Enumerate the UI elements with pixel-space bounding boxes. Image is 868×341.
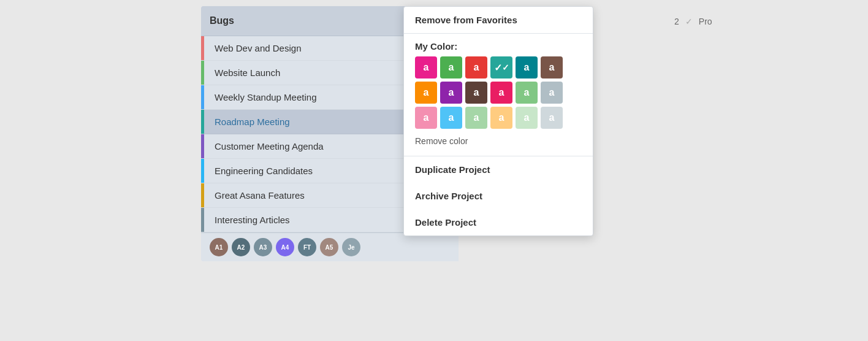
swatch-letter: a [449,87,454,98]
sidebar-footer: A1A2A3A4FTA5Je [201,232,459,261]
check-icon: ✓ [685,17,693,26]
context-menu: Remove from Favorites My Color: aaa✓aaaa… [403,6,593,236]
avatar[interactable]: A4 [276,238,294,256]
swatch-letter: a [474,112,479,123]
color-swatch-dark-brown[interactable]: a [465,82,487,104]
remove-favorites-item[interactable]: Remove from Favorites [404,7,593,33]
my-color-label: My Color: [415,41,582,52]
color-bar [201,110,204,134]
color-swatch-dark-teal[interactable]: a [516,56,538,79]
swatch-letter: a [474,87,479,98]
sidebar-item-label: Great Asana Features [210,190,305,201]
color-bar [201,36,204,60]
task-count: 2 [674,17,679,26]
color-bar [201,208,204,232]
color-row: aaa✓aa [415,56,582,79]
color-row: aaaaaa [415,82,582,104]
color-swatch-very-light[interactable]: a [541,107,563,129]
color-swatch-green[interactable]: a [440,56,462,79]
color-swatch-brown[interactable]: a [541,56,563,79]
color-swatch-purple[interactable]: a [440,82,462,104]
color-grid: aaa✓aaaaaaaaaaaaaa [415,56,582,129]
sidebar-item-label: Roadmap Meeting [210,117,290,127]
color-swatch-pink-light[interactable]: a [490,82,512,104]
color-row: aaaaaa [415,107,582,129]
color-swatch-pale-orange[interactable]: a [490,107,512,129]
sidebar-item-label: Engineering Candidates [210,166,313,176]
color-swatch-orange[interactable]: a [415,82,437,104]
swatch-letter: a [474,62,479,73]
avatar[interactable]: FT [298,238,316,256]
sidebar-item-label: Customer Meeting Agenda [210,141,324,151]
remove-color-button[interactable]: Remove color [415,134,582,147]
color-bar [201,183,204,207]
swatch-letter: a [449,112,454,123]
color-swatch-pale-green[interactable]: a [465,107,487,129]
color-swatch-light-blue[interactable]: a [541,82,563,104]
swatch-letter: a [549,112,555,123]
color-section: My Color: aaa✓aaaaaaaaaaaaaa Remove colo… [404,34,593,156]
avatar[interactable]: A5 [320,238,338,256]
color-bar [201,134,204,158]
color-bar [201,85,204,109]
avatar[interactable]: A1 [210,238,228,256]
swatch-letter: a [549,87,555,98]
color-swatch-pink[interactable]: a [415,56,437,79]
color-bar [201,159,204,183]
color-swatch-teal[interactable]: ✓ [490,56,512,79]
swatch-letter: a [499,112,504,123]
swatch-letter: a [424,62,429,73]
swatch-letter: a [524,62,530,73]
swatch-letter: a [449,62,454,73]
color-swatch-sage[interactable]: a [516,82,538,104]
swatch-letter: a [524,87,530,98]
duplicate-project-item[interactable]: Duplicate Project [404,156,593,183]
swatch-letter: a [424,87,429,98]
avatar[interactable]: A2 [232,238,250,256]
color-swatch-red[interactable]: a [465,56,487,79]
right-header: 2 ✓ Pro [667,6,740,37]
color-bar [201,61,204,85]
color-swatch-sky-blue[interactable]: a [440,107,462,129]
sidebar-item-label: Interesting Articles [210,215,290,225]
swatch-letter: a [549,62,555,73]
section-label: Pro [699,17,712,26]
swatch-letter: a [424,112,429,123]
avatar[interactable]: A3 [254,238,272,256]
sidebar-title: Bugs [210,15,234,26]
color-swatch-pale-sage[interactable]: a [516,107,538,129]
color-swatch-pale-pink[interactable]: a [415,107,437,129]
favorites-section: Remove from Favorites [404,7,593,34]
sidebar-item-label: Weekly Standup Meeting [210,92,317,102]
swatch-letter: a [524,112,530,123]
actions-section: Duplicate Project Archive Project Delete… [404,156,593,236]
avatar[interactable]: Je [342,238,360,256]
sidebar-item-label: Website Launch [210,67,280,78]
archive-project-item[interactable]: Archive Project [404,183,593,209]
swatch-letter: a [499,87,504,98]
sidebar-item-label: Web Dev and Design [210,43,301,53]
delete-project-item[interactable]: Delete Project [404,209,593,236]
